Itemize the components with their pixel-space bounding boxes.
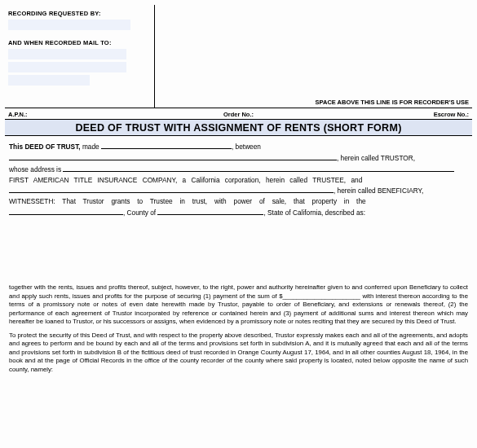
paragraph-rents: together with the rents, issues and prof…: [5, 283, 472, 327]
deed-of-trust-label: DEED OF TRUST,: [24, 143, 80, 151]
body-line-7: , County of , State of California, descr…: [9, 207, 468, 218]
state-label: , State of California, described as:: [263, 209, 365, 217]
witnesseth-line: WITNESSETH: That Trustor grants to Trust…: [9, 197, 366, 205]
when-recorded-mail-to-label: AND WHEN RECORDED MAIL TO:: [8, 39, 149, 46]
input-trustor-address[interactable]: [63, 164, 454, 172]
input-jurisdiction[interactable]: [9, 207, 123, 215]
paragraph-security: To protect the security of this Deed of …: [5, 332, 472, 375]
apn-label: A.P.N.:: [8, 111, 161, 118]
recorder-space-column: SPACE ABOVE THIS LINE IS FOR RECORDER'S …: [155, 5, 472, 108]
info-row: A.P.N.: Order No.: Escrow No.:: [5, 108, 472, 120]
beneficiary-label: , herein called BENEFICIARY,: [333, 187, 423, 195]
whose-address-label: whose address is: [9, 165, 63, 173]
body-line-1: This DEED OF TRUST, made , between: [9, 141, 468, 152]
document-title: DEED OF TRUST WITH ASSIGNMENT OF RENTS (…: [5, 120, 472, 136]
description-area: [5, 218, 472, 279]
body-line-2: , herein called TRUSTOR,: [9, 152, 468, 164]
trustee-line: FIRST AMERICAN TITLE INSURANCE COMPANY, …: [9, 176, 362, 184]
header-row: RECORDING REQUESTED BY: AND WHEN RECORDE…: [5, 5, 472, 108]
trustor-label: , herein called TRUSTOR,: [337, 154, 415, 162]
input-beneficiary-name[interactable]: [9, 185, 333, 193]
input-mail-line2[interactable]: [8, 62, 126, 72]
input-date[interactable]: [101, 141, 232, 149]
input-requested-by[interactable]: [8, 20, 130, 30]
recorder-column: RECORDING REQUESTED BY: AND WHEN RECORDE…: [5, 5, 155, 108]
body-line-5: , herein called BENEFICIARY,: [9, 185, 468, 196]
made-label: made: [81, 143, 101, 151]
body-line-6: WITNESSETH: That Trustor grants to Trust…: [9, 196, 468, 207]
space-above-note: SPACE ABOVE THIS LINE IS FOR RECORDER'S …: [316, 99, 469, 106]
between-label: , between: [232, 143, 261, 151]
this-label: This: [9, 143, 24, 151]
body-line-4: FIRST AMERICAN TITLE INSURANCE COMPANY, …: [9, 175, 468, 186]
order-no-label: Order No.:: [161, 111, 315, 118]
escrow-no-label: Escrow No.:: [316, 111, 469, 118]
input-county[interactable]: [157, 207, 263, 215]
input-mail-line1[interactable]: [8, 49, 126, 59]
input-trustor-name[interactable]: [9, 152, 337, 160]
body-line-3: whose address is: [9, 164, 468, 175]
input-mail-line3[interactable]: [8, 75, 90, 86]
county-of-label: , County of: [123, 209, 157, 217]
recording-requested-by-label: RECORDING REQUESTED BY:: [8, 10, 149, 17]
body-block: This DEED OF TRUST, made , between , her…: [5, 136, 472, 218]
